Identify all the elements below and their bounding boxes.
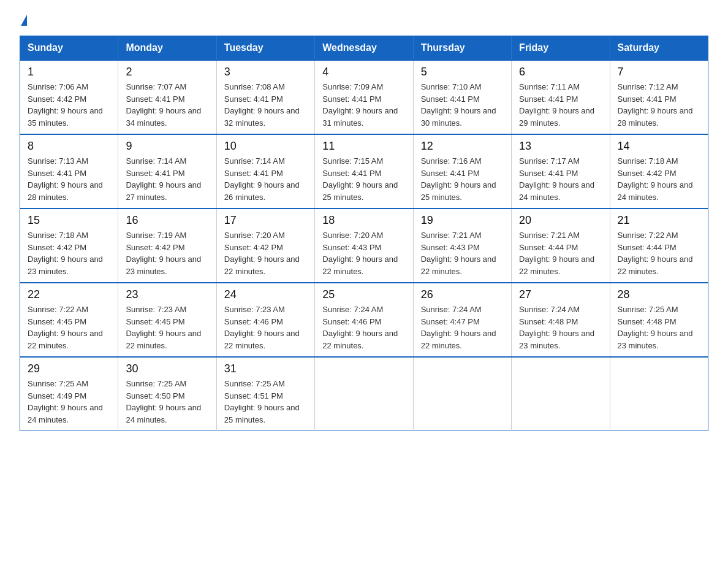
day-number: 21	[618, 214, 700, 227]
day-number: 4	[322, 66, 405, 79]
day-info: Sunrise: 7:14 AMSunset: 4:41 PMDaylight:…	[224, 156, 300, 202]
col-header-sunday: Sunday	[20, 36, 118, 61]
day-info: Sunrise: 7:24 AMSunset: 4:47 PMDaylight:…	[421, 305, 496, 350]
col-header-saturday: Saturday	[610, 36, 708, 61]
logo	[20, 15, 27, 26]
day-number: 23	[126, 288, 208, 301]
day-info: Sunrise: 7:12 AMSunset: 4:41 PMDaylight:…	[618, 82, 693, 128]
calendar-cell: 30 Sunrise: 7:25 AMSunset: 4:50 PMDaylig…	[118, 357, 216, 431]
day-number: 24	[224, 288, 307, 301]
day-number: 19	[421, 214, 504, 227]
day-number: 18	[322, 214, 405, 227]
day-info: Sunrise: 7:18 AMSunset: 4:42 PMDaylight:…	[28, 231, 103, 276]
day-info: Sunrise: 7:17 AMSunset: 4:41 PMDaylight:…	[519, 156, 594, 202]
calendar-cell: 4 Sunrise: 7:09 AMSunset: 4:41 PMDayligh…	[315, 60, 413, 134]
day-number: 7	[618, 66, 700, 79]
day-info: Sunrise: 7:20 AMSunset: 4:43 PMDaylight:…	[322, 231, 398, 276]
calendar-cell: 8 Sunrise: 7:13 AMSunset: 4:41 PMDayligh…	[20, 134, 118, 209]
day-number: 9	[126, 140, 208, 153]
calendar-cell: 18 Sunrise: 7:20 AMSunset: 4:43 PMDaylig…	[315, 209, 413, 283]
calendar-cell: 2 Sunrise: 7:07 AMSunset: 4:41 PMDayligh…	[118, 60, 216, 134]
day-info: Sunrise: 7:25 AMSunset: 4:49 PMDaylight:…	[28, 379, 103, 424]
day-number: 22	[28, 288, 110, 301]
day-number: 29	[28, 362, 110, 375]
calendar-cell: 12 Sunrise: 7:16 AMSunset: 4:41 PMDaylig…	[413, 134, 511, 209]
calendar-cell: 13 Sunrise: 7:17 AMSunset: 4:41 PMDaylig…	[512, 134, 610, 209]
calendar-cell	[413, 357, 511, 431]
day-number: 6	[519, 66, 602, 79]
day-info: Sunrise: 7:21 AMSunset: 4:44 PMDaylight:…	[519, 231, 594, 276]
calendar-cell: 9 Sunrise: 7:14 AMSunset: 4:41 PMDayligh…	[118, 134, 216, 209]
header	[20, 15, 708, 26]
day-info: Sunrise: 7:14 AMSunset: 4:41 PMDaylight:…	[126, 156, 201, 202]
calendar-cell: 6 Sunrise: 7:11 AMSunset: 4:41 PMDayligh…	[512, 60, 610, 134]
day-number: 16	[126, 214, 208, 227]
calendar-cell: 3 Sunrise: 7:08 AMSunset: 4:41 PMDayligh…	[216, 60, 314, 134]
calendar-cell: 5 Sunrise: 7:10 AMSunset: 4:41 PMDayligh…	[413, 60, 511, 134]
day-number: 20	[519, 214, 602, 227]
day-number: 2	[126, 66, 208, 79]
calendar-cell: 28 Sunrise: 7:25 AMSunset: 4:48 PMDaylig…	[610, 283, 708, 357]
calendar-cell: 29 Sunrise: 7:25 AMSunset: 4:49 PMDaylig…	[20, 357, 118, 431]
day-number: 25	[322, 288, 405, 301]
calendar-week-row: 15 Sunrise: 7:18 AMSunset: 4:42 PMDaylig…	[20, 209, 708, 283]
calendar-cell: 20 Sunrise: 7:21 AMSunset: 4:44 PMDaylig…	[512, 209, 610, 283]
logo-triangle-icon	[21, 15, 27, 26]
calendar-cell: 23 Sunrise: 7:23 AMSunset: 4:45 PMDaylig…	[118, 283, 216, 357]
day-info: Sunrise: 7:15 AMSunset: 4:41 PMDaylight:…	[322, 156, 398, 202]
calendar-week-row: 8 Sunrise: 7:13 AMSunset: 4:41 PMDayligh…	[20, 134, 708, 209]
calendar-week-row: 29 Sunrise: 7:25 AMSunset: 4:49 PMDaylig…	[20, 357, 708, 431]
calendar-cell: 15 Sunrise: 7:18 AMSunset: 4:42 PMDaylig…	[20, 209, 118, 283]
calendar-cell: 1 Sunrise: 7:06 AMSunset: 4:42 PMDayligh…	[20, 60, 118, 134]
day-info: Sunrise: 7:13 AMSunset: 4:41 PMDaylight:…	[28, 156, 103, 202]
calendar-cell	[315, 357, 413, 431]
day-number: 28	[618, 288, 700, 301]
calendar-cell: 31 Sunrise: 7:25 AMSunset: 4:51 PMDaylig…	[216, 357, 314, 431]
calendar-cell: 27 Sunrise: 7:24 AMSunset: 4:48 PMDaylig…	[512, 283, 610, 357]
day-info: Sunrise: 7:07 AMSunset: 4:41 PMDaylight:…	[126, 82, 201, 128]
day-info: Sunrise: 7:22 AMSunset: 4:45 PMDaylight:…	[28, 305, 103, 350]
calendar-header-row: SundayMondayTuesdayWednesdayThursdayFrid…	[20, 36, 708, 61]
col-header-thursday: Thursday	[413, 36, 511, 61]
day-number: 8	[28, 140, 110, 153]
day-info: Sunrise: 7:21 AMSunset: 4:43 PMDaylight:…	[421, 231, 496, 276]
calendar-table: SundayMondayTuesdayWednesdayThursdayFrid…	[20, 36, 708, 431]
day-info: Sunrise: 7:24 AMSunset: 4:48 PMDaylight:…	[519, 305, 594, 350]
day-info: Sunrise: 7:06 AMSunset: 4:42 PMDaylight:…	[28, 82, 103, 128]
calendar-cell: 11 Sunrise: 7:15 AMSunset: 4:41 PMDaylig…	[315, 134, 413, 209]
calendar-cell: 7 Sunrise: 7:12 AMSunset: 4:41 PMDayligh…	[610, 60, 708, 134]
calendar-cell: 10 Sunrise: 7:14 AMSunset: 4:41 PMDaylig…	[216, 134, 314, 209]
col-header-tuesday: Tuesday	[216, 36, 314, 61]
day-number: 14	[618, 140, 700, 153]
calendar-cell: 21 Sunrise: 7:22 AMSunset: 4:44 PMDaylig…	[610, 209, 708, 283]
calendar-cell: 14 Sunrise: 7:18 AMSunset: 4:42 PMDaylig…	[610, 134, 708, 209]
col-header-monday: Monday	[118, 36, 216, 61]
calendar-cell: 19 Sunrise: 7:21 AMSunset: 4:43 PMDaylig…	[413, 209, 511, 283]
day-info: Sunrise: 7:23 AMSunset: 4:45 PMDaylight:…	[126, 305, 201, 350]
day-number: 27	[519, 288, 602, 301]
col-header-friday: Friday	[512, 36, 610, 61]
day-info: Sunrise: 7:25 AMSunset: 4:51 PMDaylight:…	[224, 379, 300, 424]
day-info: Sunrise: 7:24 AMSunset: 4:46 PMDaylight:…	[322, 305, 398, 350]
day-number: 26	[421, 288, 504, 301]
day-info: Sunrise: 7:20 AMSunset: 4:42 PMDaylight:…	[224, 231, 300, 276]
day-number: 11	[322, 140, 405, 153]
day-info: Sunrise: 7:19 AMSunset: 4:42 PMDaylight:…	[126, 231, 201, 276]
calendar-cell: 16 Sunrise: 7:19 AMSunset: 4:42 PMDaylig…	[118, 209, 216, 283]
day-info: Sunrise: 7:25 AMSunset: 4:50 PMDaylight:…	[126, 379, 201, 424]
calendar-cell: 25 Sunrise: 7:24 AMSunset: 4:46 PMDaylig…	[315, 283, 413, 357]
day-info: Sunrise: 7:22 AMSunset: 4:44 PMDaylight:…	[618, 231, 693, 276]
day-info: Sunrise: 7:16 AMSunset: 4:41 PMDaylight:…	[421, 156, 496, 202]
day-info: Sunrise: 7:18 AMSunset: 4:42 PMDaylight:…	[618, 156, 693, 202]
day-number: 10	[224, 140, 307, 153]
day-number: 13	[519, 140, 602, 153]
day-info: Sunrise: 7:23 AMSunset: 4:46 PMDaylight:…	[224, 305, 300, 350]
day-info: Sunrise: 7:08 AMSunset: 4:41 PMDaylight:…	[224, 82, 300, 128]
day-number: 5	[421, 66, 504, 79]
day-number: 30	[126, 362, 208, 375]
day-number: 31	[224, 362, 307, 375]
calendar-cell	[610, 357, 708, 431]
day-number: 3	[224, 66, 307, 79]
day-info: Sunrise: 7:11 AMSunset: 4:41 PMDaylight:…	[519, 82, 594, 128]
calendar-week-row: 22 Sunrise: 7:22 AMSunset: 4:45 PMDaylig…	[20, 283, 708, 357]
